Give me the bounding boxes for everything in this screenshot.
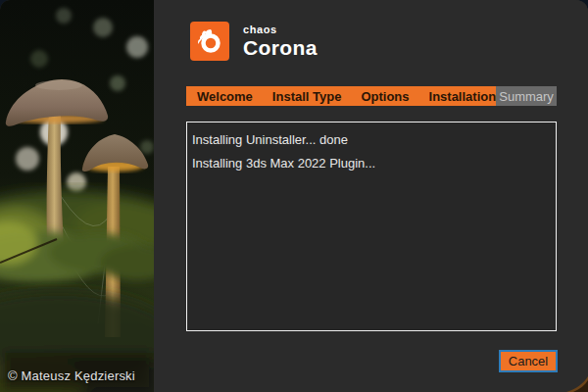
installer-step-tabs: Welcome Install Type Options Installatio… bbox=[186, 86, 557, 106]
cancel-button[interactable]: Cancel bbox=[499, 350, 558, 372]
brand-text: chaos Corona bbox=[243, 24, 318, 60]
installer-photo: © Mateusz Kędzierski bbox=[0, 0, 154, 392]
tab-installation[interactable]: Installation bbox=[429, 89, 497, 104]
photo-credit: © Mateusz Kędzierski bbox=[8, 368, 135, 383]
tabs-completed-group: Welcome Install Type Options Installatio… bbox=[186, 86, 496, 106]
log-line: Installing 3ds Max 2022 Plugin... bbox=[192, 152, 556, 175]
tab-options[interactable]: Options bbox=[361, 89, 409, 104]
install-log-panel: Installing Uninstaller... done Installin… bbox=[186, 122, 557, 331]
brand-product-label: Corona bbox=[243, 36, 318, 60]
log-line: Installing Uninstaller... done bbox=[192, 128, 556, 152]
tab-summary[interactable]: Summary bbox=[496, 86, 557, 106]
brand-chaos-label: chaos bbox=[243, 24, 318, 36]
tab-welcome[interactable]: Welcome bbox=[197, 89, 253, 104]
mushroom-photo-art bbox=[0, 0, 154, 392]
corona-flame-glyph bbox=[195, 26, 224, 56]
installer-window: © Mateusz Kędzierski chaos Corona Welcom… bbox=[0, 0, 588, 392]
tab-install-type[interactable]: Install Type bbox=[272, 89, 342, 104]
corner-decoration bbox=[559, 374, 588, 392]
installer-panel: chaos Corona Welcome Install Type Option… bbox=[154, 0, 588, 392]
corona-logo-icon bbox=[190, 22, 229, 61]
brand-header: chaos Corona bbox=[190, 22, 318, 61]
